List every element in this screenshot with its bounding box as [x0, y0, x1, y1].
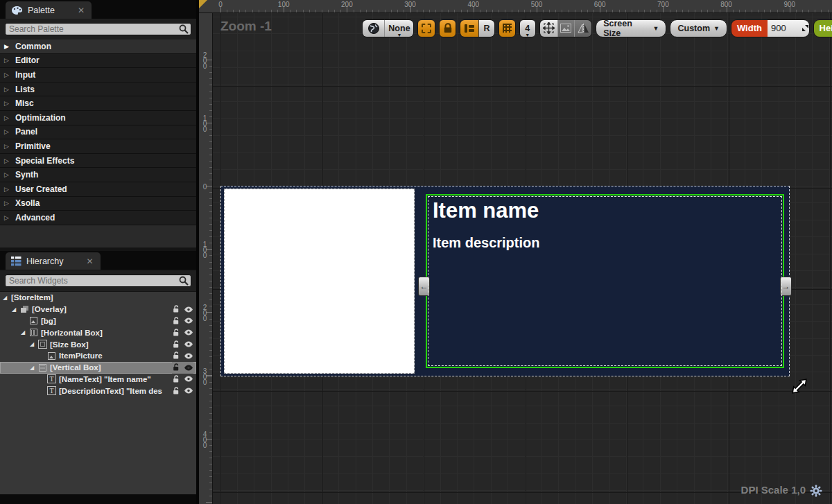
resize-handle-left[interactable]: ← — [418, 277, 430, 296]
visibility-eye-icon[interactable] — [184, 375, 193, 383]
expander-triangle-icon[interactable]: ▷ — [4, 114, 11, 121]
palette-category[interactable]: ▷ Misc — [0, 96, 196, 111]
palette-category[interactable]: ▷ Advanced — [0, 211, 196, 225]
name-text-widget[interactable]: Item name — [433, 198, 539, 223]
expander-triangle-icon[interactable]: ▷ — [4, 57, 11, 64]
expander-arrow-icon[interactable]: ◢ — [30, 365, 38, 371]
expander-arrow-icon[interactable]: ◢ — [30, 341, 38, 347]
preview-background-button[interactable] — [557, 20, 575, 37]
unlock-icon[interactable] — [172, 329, 180, 337]
expander-triangle-icon[interactable]: ▷ — [4, 157, 11, 164]
snap-grid-toggle-button[interactable] — [499, 19, 516, 37]
palette-category[interactable]: ▶ Common — [0, 40, 196, 54]
toggle-outlines-button[interactable] — [417, 19, 435, 37]
palette-search-input[interactable] — [6, 24, 178, 34]
widget-type-icon — [47, 351, 56, 360]
vertical-box-widget-selected[interactable]: Item name Item description ← → — [426, 194, 784, 368]
visibility-eye-icon[interactable] — [184, 329, 193, 336]
fill-rule-label: Custom — [677, 24, 710, 33]
width-input[interactable] — [771, 23, 799, 33]
ruler-tick-label: 200 — [341, 1, 353, 8]
localization-binding-button[interactable] — [460, 20, 478, 37]
resize-handle-right[interactable]: → — [780, 277, 792, 296]
palette-category[interactable]: ▷ Optimization — [0, 111, 196, 125]
widget-type-icon — [38, 340, 47, 349]
unlock-icon[interactable] — [172, 363, 180, 372]
palette-category[interactable]: ▷ Lists — [0, 82, 196, 97]
palette-category[interactable]: ▷ Input — [0, 68, 196, 82]
palette-category[interactable]: ▷ Special Effects — [0, 154, 196, 168]
tree-row[interactable]: ◢ [NameText] "Item name" — [0, 374, 196, 385]
grid-size-dropdown[interactable]: 4 ▼ — [519, 19, 536, 37]
unlock-icon[interactable] — [172, 387, 180, 395]
visibility-eye-icon[interactable] — [184, 352, 193, 360]
chevron-down-icon: ▼ — [653, 25, 659, 32]
expander-arrow-icon[interactable]: ◢ — [21, 329, 29, 336]
tree-row[interactable]: ◢ [bg] — [0, 315, 196, 327]
visibility-eye-icon[interactable] — [184, 387, 193, 394]
visibility-eye-icon[interactable] — [184, 340, 193, 348]
visibility-eye-icon[interactable] — [184, 306, 193, 313]
palette-category[interactable]: ▷ Primitive — [0, 139, 196, 154]
expander-arrow-icon[interactable]: ◢ — [3, 295, 11, 301]
palette-category[interactable]: ▷ Editor — [0, 54, 196, 69]
ruler-horizontal: 0100200300400500600700800900 — [199, 0, 832, 13]
flip-preview-button[interactable] — [574, 20, 591, 37]
reflector-button[interactable]: R — [478, 20, 494, 37]
item-picture-widget[interactable] — [224, 189, 415, 374]
expander-triangle-icon[interactable]: ▷ — [4, 71, 11, 78]
dpi-settings-gear-icon[interactable] — [810, 485, 822, 497]
palette-tab-close-icon[interactable]: ✕ — [78, 6, 85, 15]
palette-category[interactable]: ▷ Panel — [0, 125, 196, 140]
expander-triangle-icon[interactable]: ▷ — [4, 214, 11, 221]
unlock-icon[interactable] — [172, 305, 180, 313]
tree-row[interactable]: ◢ [StoreItem] — [0, 292, 196, 304]
ruler-tick-label: 0 — [201, 183, 209, 189]
unlock-icon[interactable] — [172, 375, 180, 383]
tree-row[interactable]: ◢ [Horizontal Box] — [0, 327, 196, 338]
localization-value: None — [388, 24, 410, 33]
lock-widgets-button[interactable] — [439, 19, 456, 37]
screen-size-dropdown[interactable]: Screen Size ▼ — [596, 19, 666, 37]
tree-row[interactable]: ◢ [Size Box] — [0, 338, 196, 350]
expander-triangle-icon[interactable]: ▷ — [4, 186, 11, 193]
tree-row[interactable]: ◢ [DescriptionText] "Item des — [0, 385, 196, 397]
description-text-widget[interactable]: Item description — [433, 235, 539, 251]
palette-category[interactable]: ▷ User Created — [0, 182, 196, 197]
palette-tab-title: Palette — [28, 6, 55, 15]
expander-triangle-icon[interactable]: ▷ — [4, 200, 11, 207]
expander-triangle-icon[interactable]: ▷ — [4, 171, 11, 178]
hierarchy-search-input[interactable] — [6, 276, 178, 286]
ruler-tick-label: 0 — [218, 1, 223, 8]
umg-designer-window: Palette ✕ ▶ Common ▷ — [0, 0, 832, 504]
tree-row[interactable]: ◢ [Vertical Box] — [0, 362, 196, 374]
transform-mode-button[interactable] — [540, 20, 557, 37]
expander-triangle-icon[interactable]: ▷ — [4, 128, 11, 135]
localization-language-dropdown[interactable]: None ▼ — [384, 20, 413, 37]
visibility-eye-icon[interactable] — [184, 364, 193, 372]
expander-triangle-icon[interactable]: ▷ — [4, 143, 11, 150]
localization-preview-button[interactable] — [363, 20, 384, 37]
unlock-icon[interactable] — [172, 317, 180, 325]
dpi-scale-label: DPI Scale 1,0 — [741, 484, 806, 496]
fill-rule-dropdown[interactable]: Custom ▼ — [670, 19, 727, 37]
palette-category[interactable]: ▷ Synth — [0, 168, 196, 182]
expander-triangle-icon[interactable]: ▷ — [4, 100, 11, 107]
tab-palette[interactable]: Palette ✕ — [6, 1, 92, 19]
palette-empty-area — [0, 225, 196, 247]
tab-hierarchy[interactable]: Hierarchy ✕ — [6, 252, 101, 270]
expander-arrow-icon[interactable]: ◢ — [12, 306, 20, 313]
tree-row[interactable]: ◢ ItemPicture — [0, 350, 196, 362]
tree-row[interactable]: ◢ [Overlay] — [0, 304, 196, 315]
unlock-icon[interactable] — [172, 340, 180, 349]
diagonal-resize-icon[interactable] — [801, 24, 809, 32]
palette-category-label: Primitive — [15, 141, 51, 151]
store-item-widget-root[interactable]: Item name Item description ← → — [220, 186, 790, 376]
unlock-icon[interactable] — [172, 351, 180, 360]
chevron-down-icon: ▼ — [713, 25, 720, 32]
visibility-eye-icon[interactable] — [184, 317, 193, 324]
palette-category[interactable]: ▷ Xsolla — [0, 197, 196, 211]
expander-triangle-icon[interactable]: ▶ — [4, 43, 11, 50]
expander-triangle-icon[interactable]: ▷ — [4, 86, 11, 93]
hierarchy-tab-close-icon[interactable]: ✕ — [87, 257, 94, 266]
